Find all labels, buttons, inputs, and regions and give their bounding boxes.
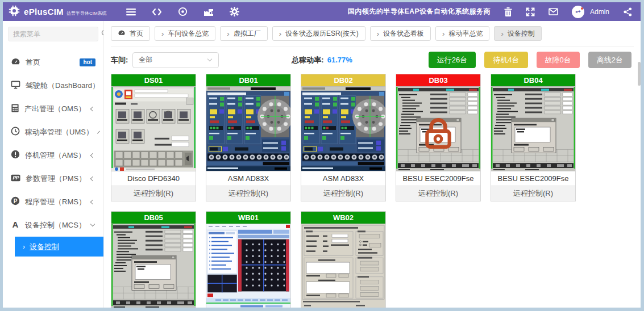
svg-text:A: A	[13, 220, 19, 229]
breadcrumb: 首页 ›车间设备总览 ›虚拟工厂 ›设备状态履历ESR(按天) ›设备状态看板 …	[111, 26, 634, 47]
chevron-right-icon: ›	[279, 30, 281, 38]
control-mode-label[interactable]: 远程控制(R)	[206, 186, 290, 201]
exclamation-circle-icon	[11, 150, 20, 161]
sidebar-item-rms[interactable]: P 程序管理（RMS）	[3, 190, 103, 213]
sidebar-item-label: 参数管理（PMS）	[26, 174, 86, 184]
equipment-card-db05[interactable]: DB05 BESU ESEC2009Fse 远程控制(R)	[111, 211, 196, 308]
letter-a-icon: A	[11, 220, 20, 230]
avatar[interactable]: e+	[572, 6, 584, 18]
ks-app-thumbnail	[206, 224, 290, 308]
scrollbar[interactable]	[638, 62, 641, 86]
workshop-select[interactable]: 全部	[132, 52, 219, 68]
equipment-card-db01[interactable]: DB01 ASM AD83X 远程控制(R)	[206, 74, 291, 201]
tab-workshop-overview[interactable]: ›车间设备总览	[155, 26, 215, 41]
top-navbar: ePlusCIM 益普半导体CIM系统 国内领先的半导体EAP设备自动化系统服务…	[3, 2, 641, 21]
menu-icon[interactable]	[126, 8, 136, 16]
factory-icon[interactable]	[203, 7, 214, 16]
equipment-screenshot[interactable]	[301, 224, 385, 308]
mail-icon[interactable]	[549, 8, 558, 15]
search-input[interactable]	[13, 30, 101, 38]
trash-icon[interactable]	[504, 7, 512, 16]
equipment-card-wb02[interactable]: WB02 POWER-C 本地控制(L)	[301, 211, 386, 308]
chevron-left-icon	[90, 106, 95, 111]
sidebar-item-oms[interactable]: 产出管理（OMS）	[3, 97, 103, 120]
chevron-right-icon: ›	[23, 243, 25, 251]
equipment-screenshot[interactable]	[396, 86, 480, 171]
idle-count-button[interactable]: 待机4台	[484, 52, 527, 68]
main-content: 首页 ›车间设备总览 ›虚拟工厂 ›设备状态履历ESR(按天) ›设备状态看板 …	[104, 21, 641, 308]
equipment-screenshot[interactable]	[111, 224, 196, 308]
tab-virtual-factory[interactable]: ›虚拟工厂	[220, 26, 267, 41]
gear-icon[interactable]	[230, 7, 239, 16]
chevron-down-icon	[90, 222, 95, 226]
app-window: ePlusCIM 益普半导体CIM系统 国内领先的半导体EAP设备自动化系统服务…	[3, 2, 641, 308]
equipment-card-ds01[interactable]: DS01 Disco DFD6340 远程控制(R)	[111, 74, 196, 201]
chevron-right-icon: ›	[377, 30, 379, 38]
workshop-label: 车间:	[111, 55, 128, 65]
chevron-right-icon: ›	[161, 30, 164, 38]
menu-search[interactable]	[8, 27, 98, 41]
sidebar-menu: 首页 hot 驾驶舱（DashBoard） 产出管理（OMS） 稼动率管理（UM…	[3, 46, 103, 257]
sidebar-item-label: 产出管理（OMS）	[24, 104, 86, 114]
asm-app-thumbnail	[301, 87, 385, 171]
tab-esr-history[interactable]: ›设备状态履历ESR(按天)	[272, 26, 365, 41]
equipment-screenshot[interactable]	[491, 86, 575, 171]
equipment-card-db03[interactable]: DB03 BESU ESEC2009Fse 远程控制(R)	[396, 74, 481, 201]
chevron-down-icon	[207, 57, 212, 61]
code-icon[interactable]	[152, 7, 162, 16]
sidebar-item-ams[interactable]: 停机管理（AMS）	[3, 144, 103, 167]
esec-app-thumbnail	[111, 224, 196, 308]
equipment-screenshot[interactable]	[206, 224, 290, 308]
fault-count-button[interactable]: 故障0台	[537, 52, 580, 68]
equipment-card-db02[interactable]: DB02 ASM AD83X 远程控制(R)	[301, 74, 386, 201]
running-count-button[interactable]: 运行26台	[429, 52, 476, 68]
tab-label: 稼动率总览	[448, 29, 483, 39]
lock-icon	[421, 115, 456, 150]
sidebar-subitem-device-control[interactable]: › 设备控制	[15, 237, 103, 257]
tachometer-icon	[118, 30, 126, 38]
equipment-code: DS01	[111, 74, 196, 86]
brand-subtitle: 益普半导体CIM系统	[67, 10, 107, 16]
power-app-thumbnail	[301, 224, 385, 308]
submenu-label: 设备控制	[30, 242, 59, 252]
tab-status-board[interactable]: ›设备状态看板	[370, 26, 431, 41]
sidebar-item-label: 程序管理（RMS）	[25, 197, 86, 207]
user-name[interactable]: Admin	[590, 8, 609, 16]
sidebar-item-pms[interactable]: 参数管理（PMS）	[3, 167, 103, 190]
equipment-card-db04[interactable]: DB04 BESU ESEC2009Fse 远程控制(R)	[491, 74, 576, 201]
chevron-left-icon	[90, 176, 95, 180]
share-nodes-icon[interactable]	[623, 7, 633, 16]
sidebar-item-home[interactable]: 首页 hot	[3, 51, 103, 74]
tab-label: 设备状态看板	[383, 29, 424, 39]
control-mode-label[interactable]: 远程控制(R)	[111, 186, 196, 201]
tab-utilization-overview[interactable]: ›稼动率总览	[435, 26, 489, 41]
sidebar-item-mcs[interactable]: A 设备控制（MCS）	[3, 213, 103, 237]
equipment-name: BESU ESEC2009Fse	[491, 171, 575, 186]
equipment-code: DB04	[491, 74, 575, 86]
tab-label: 设备控制	[508, 29, 535, 39]
pms-badge-icon	[11, 174, 20, 183]
equipment-screenshot[interactable]	[206, 86, 290, 171]
sidebar-item-label: 停机管理（AMS）	[25, 150, 85, 161]
control-mode-label[interactable]: 远程控制(R)	[396, 186, 480, 201]
sidebar-item-ums[interactable]: 稼动率管理（UMS）	[3, 120, 103, 144]
sidebar-item-label: 稼动率管理（UMS）	[25, 127, 93, 137]
fullscreen-icon[interactable]	[526, 7, 535, 16]
chevron-left-icon	[90, 199, 95, 204]
control-mode-label[interactable]: 远程控制(R)	[491, 186, 575, 201]
disco-app-thumbnail	[111, 87, 196, 171]
offline-count-button[interactable]: 离线2台	[588, 52, 631, 68]
shield-icon[interactable]	[178, 7, 188, 16]
total-utilization-value: 61.77%	[327, 56, 352, 64]
brand-logo-chip-icon	[9, 5, 20, 19]
equipment-screenshot[interactable]	[111, 86, 196, 171]
equipment-card-wb01[interactable]: WB01 KS Connx 远程控制(R)	[206, 211, 291, 308]
tab-label: 首页	[130, 29, 143, 39]
control-mode-label[interactable]: 远程控制(R)	[301, 186, 385, 201]
sidebar-item-dashboard[interactable]: 驾驶舱（DashBoard）	[3, 74, 103, 97]
tab-home[interactable]: 首页	[111, 26, 150, 41]
equipment-screenshot[interactable]	[301, 86, 385, 171]
calculator-icon	[11, 104, 19, 114]
clock-icon	[11, 127, 20, 137]
tab-device-control[interactable]: ›设备控制	[494, 26, 541, 41]
